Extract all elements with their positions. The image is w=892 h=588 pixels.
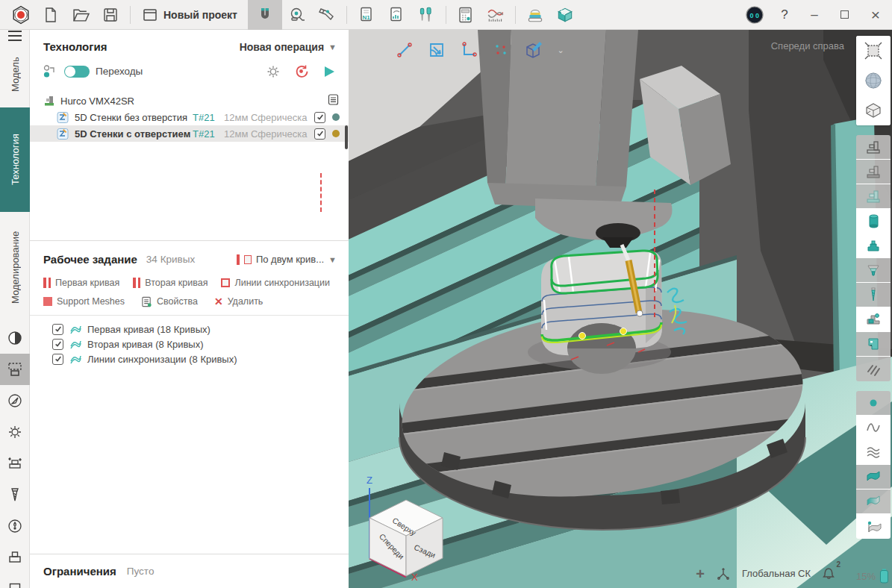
new-operation-dropdown[interactable]: Новая операция ▼ — [240, 41, 337, 53]
close-button[interactable]: × — [859, 0, 892, 30]
tab-model[interactable]: Модель — [0, 42, 30, 107]
edit-model-button[interactable] — [523, 40, 543, 60]
minimize-button[interactable]: – — [799, 0, 829, 30]
new-project-button[interactable]: Новый проект — [135, 0, 248, 30]
plane-button[interactable] — [0, 573, 30, 588]
fit-view-button[interactable] — [856, 36, 891, 66]
measure-distance-button[interactable] — [395, 40, 414, 60]
operation-name: 5D Стенки с отверстием — [75, 128, 193, 140]
app-logo — [6, 0, 36, 30]
fixture-button[interactable] — [0, 448, 30, 479]
assistant-button[interactable]: 0 0 — [740, 0, 770, 30]
legend-second-curve[interactable]: Вторая кривая — [133, 278, 208, 288]
help-button[interactable]: ? — [770, 0, 799, 30]
tab-technology[interactable]: Технология — [0, 107, 30, 212]
legend-first-curve[interactable]: Первая кривая — [43, 278, 119, 288]
iso-view-button[interactable] — [856, 96, 891, 125]
show-points-button[interactable] — [856, 391, 891, 416]
tool-link-dashed-line — [320, 173, 322, 212]
bell-icon — [822, 565, 835, 579]
tab-modeling[interactable]: Моделирование — [0, 212, 30, 322]
operations-list-icon[interactable] — [327, 93, 340, 106]
second-curve-label: Вторая кривая — [145, 278, 208, 288]
show-surface-mixed-button[interactable] — [856, 490, 891, 514]
operation-row-1[interactable]: 5D Стенки без отверстия T#21 12мм Сферич… — [30, 109, 349, 125]
workpiece[interactable] — [528, 251, 671, 374]
stock-button[interactable] — [520, 0, 550, 30]
show-curve-button[interactable] — [856, 416, 891, 440]
curve-group-row[interactable]: Линии синхронизации (8 Кривых) — [30, 351, 349, 366]
caliper-button[interactable] — [312, 0, 342, 30]
orientation-button[interactable] — [0, 385, 30, 416]
settings-button[interactable] — [0, 416, 30, 448]
open-file-button[interactable] — [66, 0, 96, 30]
viewport-3d[interactable]: Z X Сверху Спереди Сзади — [349, 30, 892, 588]
support-meshes-button[interactable]: Support Meshes — [43, 296, 125, 307]
show-toolpath-hatch-button[interactable] — [856, 357, 891, 381]
save-button[interactable] — [96, 0, 125, 30]
graphs-button[interactable] — [481, 0, 511, 30]
main-menu-button[interactable] — [0, 30, 30, 42]
operation-settings-button gear-icon[interactable] — [266, 64, 281, 79]
part-button[interactable] — [0, 542, 30, 573]
operation-row-2[interactable]: 5D Стенки с отверстием T#21 12мм Сфериче… — [30, 125, 349, 142]
show-surface-teal-button[interactable] — [856, 465, 891, 490]
report-button[interactable] — [381, 0, 411, 30]
calculator-button[interactable] — [451, 0, 481, 30]
points-mode-button[interactable] — [491, 40, 511, 60]
curve-group-row[interactable]: Вторая кривая (8 Кривых) — [30, 337, 349, 351]
add-cs-button[interactable]: + — [696, 566, 705, 581]
curve-group-row[interactable]: Первая кривая (18 Кривых) — [30, 322, 349, 337]
coordinate-system-label[interactable]: Глобальная СК — [742, 568, 811, 579]
constraints-title: Ограничения — [43, 565, 116, 578]
sphere-icon — [864, 71, 883, 90]
curve-group-checkbox[interactable] — [52, 339, 63, 350]
transitions-toggle[interactable] — [64, 66, 90, 78]
curves-icon — [69, 354, 81, 364]
robot-assistant-icon: 0 0 — [745, 5, 764, 25]
constraints-section[interactable]: Ограничения Пусто — [30, 554, 349, 588]
machine-tree-row[interactable]: Hurco VMX42SR — [30, 93, 349, 109]
tool-button[interactable] — [0, 479, 30, 510]
snap-button[interactable] — [248, 0, 282, 30]
show-head-button[interactable] — [856, 332, 891, 357]
notifications-button[interactable]: 2 — [822, 565, 835, 582]
workpiece-box-button[interactable] — [550, 0, 580, 30]
tools-library-button[interactable] — [411, 0, 441, 30]
measure-coordinate-button[interactable] — [459, 40, 478, 60]
show-surface-gray-button[interactable] — [856, 514, 891, 539]
show-machine-ghost-button[interactable] — [856, 184, 891, 209]
curve-group-checkbox[interactable] — [52, 354, 63, 365]
show-waves-button[interactable] — [856, 440, 891, 465]
operation-checkbox[interactable] — [314, 112, 325, 123]
show-machine-solid-button[interactable] — [856, 160, 891, 184]
delete-button[interactable]: ✕Удалить — [214, 295, 263, 307]
operation-checkbox[interactable] — [314, 128, 325, 140]
job-mode-dropdown[interactable]: По двум крив... ▼ — [237, 254, 337, 265]
legend-sync-lines[interactable]: Линии синхронизации — [221, 278, 330, 288]
workpiece-setup-button[interactable] — [0, 354, 30, 385]
close-glyph: × — [871, 6, 880, 24]
properties-button[interactable]: Свойства — [141, 296, 198, 307]
curve-group-checkbox[interactable] — [52, 324, 63, 335]
measure-angle-button[interactable] — [427, 40, 446, 60]
new-file-button[interactable] — [36, 0, 66, 30]
run-simulation-button play-icon[interactable] — [322, 64, 337, 79]
measure-tape-button[interactable] — [282, 0, 312, 30]
edit-model-dropdown[interactable]: ⌄ — [555, 40, 566, 60]
gauge-button[interactable] — [0, 510, 30, 542]
recalculate-button refresh-icon[interactable] — [293, 63, 309, 79]
curve-group-label: Первая кривая (18 Кривых) — [87, 324, 210, 335]
show-fixture-button[interactable] — [856, 258, 891, 283]
show-part-button[interactable] — [856, 234, 891, 258]
show-machine-wire-button[interactable] — [856, 135, 891, 160]
show-machining-result-button[interactable] — [856, 307, 891, 332]
show-tool-button[interactable] — [856, 283, 891, 307]
shading-mode-button[interactable] — [856, 66, 891, 96]
show-stock-button[interactable] — [856, 209, 891, 234]
maximize-button[interactable] — [829, 0, 859, 30]
coordinate-system-icon[interactable] — [716, 566, 731, 581]
tree-scrollbar[interactable] — [345, 125, 348, 149]
nc-program-button[interactable]: N1 — [352, 0, 381, 30]
stock-mode-button[interactable] — [0, 322, 30, 354]
